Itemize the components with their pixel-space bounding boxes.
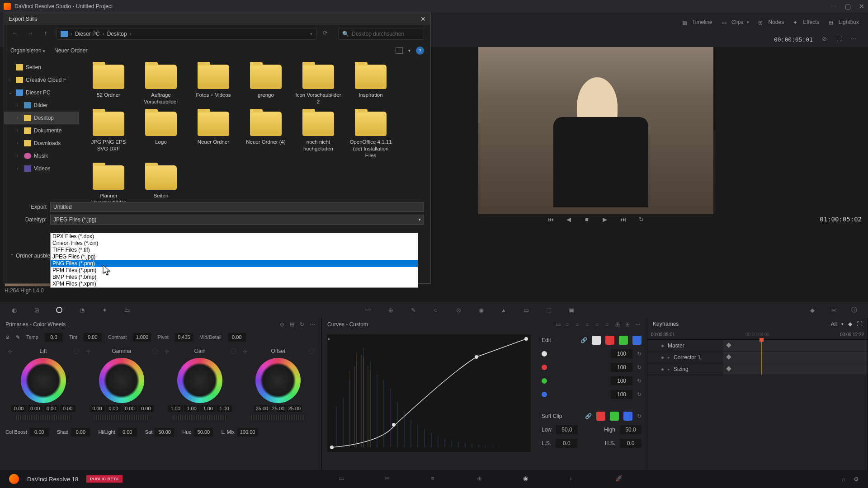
pivot-value[interactable]: 0.435 bbox=[175, 333, 193, 342]
minimize-icon[interactable]: — bbox=[830, 3, 837, 10]
filetype-option[interactable]: JPEG Files (*.jpg) bbox=[51, 253, 418, 260]
intensity-g-icon[interactable] bbox=[542, 378, 547, 384]
sc-r-chip[interactable] bbox=[596, 412, 605, 421]
auto-balance-icon[interactable]: ⊙ bbox=[5, 334, 9, 340]
jog-wheel[interactable] bbox=[173, 415, 227, 420]
tint-value[interactable]: 0.00 bbox=[84, 333, 102, 342]
reset-icon[interactable] bbox=[231, 348, 236, 354]
reset-icon[interactable] bbox=[74, 348, 79, 354]
keyframe-mode-icon[interactable]: ◆ bbox=[807, 305, 817, 314]
folder-item[interactable]: grengo bbox=[243, 65, 289, 105]
edit-y-chip[interactable] bbox=[592, 336, 601, 345]
tree-node[interactable]: ⌄Dieser PC bbox=[4, 86, 79, 99]
wheel-value[interactable]: 1.00 bbox=[200, 405, 216, 412]
curves-menu-icon[interactable]: ⋯ bbox=[635, 321, 642, 328]
keyframe-track[interactable]: ◆▸Corrector 1 bbox=[647, 352, 868, 363]
hue-value[interactable]: 50.00 bbox=[194, 428, 213, 436]
home-icon[interactable]: ⌂ bbox=[842, 476, 845, 483]
color-wheel[interactable] bbox=[99, 358, 144, 403]
folder-item[interactable]: Aufträge Vorschaubilder bbox=[138, 65, 184, 105]
tool-2-icon[interactable]: ⊞ bbox=[32, 305, 42, 314]
sat-value[interactable]: 50.00 bbox=[155, 428, 174, 436]
keyframe-track[interactable]: ◆Master bbox=[647, 340, 868, 352]
curve-handle-icon[interactable]: ▸ bbox=[328, 336, 330, 341]
expand-icon[interactable]: ⛶ bbox=[836, 35, 844, 43]
sc-b-chip[interactable] bbox=[623, 412, 632, 421]
breadcrumb-dropdown-icon[interactable]: ▾ bbox=[310, 32, 312, 36]
wheel-value[interactable]: 0.00 bbox=[11, 405, 27, 412]
curves-canvas[interactable]: ▸ bbox=[327, 334, 531, 452]
tool-1-icon[interactable]: ◐ bbox=[9, 305, 19, 314]
search-input[interactable]: 🔍 Desktop durchsuchen bbox=[338, 28, 424, 40]
link-icon[interactable]: 🔗 bbox=[585, 413, 592, 419]
wheel-value[interactable]: 0.00 bbox=[138, 405, 154, 412]
jog-wheel[interactable] bbox=[94, 415, 149, 420]
wheel-value[interactable]: 0.00 bbox=[28, 405, 43, 412]
reset-icon[interactable]: ↻ bbox=[637, 391, 642, 398]
wheel-value[interactable]: 0.00 bbox=[90, 405, 105, 412]
wheel-value[interactable]: 1.00 bbox=[217, 405, 232, 412]
kf-add-icon[interactable]: ◆ bbox=[848, 321, 852, 327]
edit-page-icon[interactable]: ≡ bbox=[431, 475, 441, 483]
nav-up-icon[interactable]: ↑ bbox=[41, 29, 50, 38]
playhead[interactable] bbox=[761, 340, 762, 375]
sc-g-chip[interactable] bbox=[610, 412, 619, 421]
curves-mode-4-icon[interactable]: ○ bbox=[585, 321, 592, 328]
sizing-icon[interactable]: ▭ bbox=[521, 305, 531, 314]
wheel-value[interactable]: 0.00 bbox=[106, 405, 121, 412]
close-icon[interactable]: ✕ bbox=[859, 3, 864, 10]
warper-icon[interactable]: ⊕ bbox=[386, 305, 396, 314]
tree-node[interactable]: ›Musik bbox=[4, 150, 79, 162]
tree-node[interactable]: Seiten bbox=[4, 61, 79, 74]
folder-item[interactable]: 52 Ordner bbox=[85, 65, 132, 105]
new-folder-button[interactable]: Neuer Ordner bbox=[54, 47, 87, 54]
cut-page-icon[interactable]: ✂ bbox=[385, 475, 395, 483]
curves-mode-2-icon[interactable]: ○ bbox=[566, 321, 572, 328]
folder-item[interactable]: Inspiration bbox=[348, 65, 394, 105]
picker-icon[interactable]: ⊹ bbox=[242, 348, 248, 354]
keyframe-track[interactable]: ◆▸Sizing bbox=[647, 363, 868, 375]
filetype-option[interactable]: DPX Files (*.dpx) bbox=[51, 233, 418, 240]
picker-icon[interactable]: ✎ bbox=[16, 334, 20, 340]
breadcrumb[interactable]: › Dieser PC › Desktop › ▾ bbox=[57, 28, 316, 40]
viewer-image[interactable] bbox=[478, 47, 713, 214]
nav-forward-icon[interactable]: → bbox=[26, 29, 35, 38]
filename-input[interactable]: Untitled bbox=[50, 202, 424, 212]
picker-icon[interactable]: ⊹ bbox=[7, 348, 13, 354]
color-page-icon[interactable]: ◉ bbox=[523, 475, 533, 483]
stop-icon[interactable]: ■ bbox=[583, 215, 591, 223]
help-icon[interactable]: ? bbox=[416, 47, 424, 55]
reset-icon[interactable]: ↻ bbox=[637, 351, 642, 357]
folder-item[interactable]: Icon Vorschaubilder 2 bbox=[295, 65, 341, 105]
reset-icon[interactable] bbox=[152, 348, 158, 354]
folder-item[interactable]: Planner Vorschaubilder bbox=[85, 165, 132, 206]
color-wheel[interactable] bbox=[177, 358, 222, 403]
curves-mode-1-icon[interactable]: ▭ bbox=[556, 321, 562, 328]
scopes-icon[interactable]: ⫘ bbox=[828, 305, 838, 314]
deliver-page-icon[interactable]: 🚀 bbox=[615, 475, 625, 483]
curves-mode-5-icon[interactable]: ○ bbox=[595, 321, 602, 328]
tree-node[interactable]: ›Dokumente bbox=[4, 124, 79, 137]
tool-5-icon[interactable]: ✦ bbox=[99, 305, 109, 314]
filetype-option[interactable]: Cineon Files (*.cin) bbox=[51, 240, 418, 247]
tree-node[interactable]: ›Videos bbox=[4, 162, 79, 175]
jog-wheel[interactable] bbox=[251, 415, 305, 420]
link-icon[interactable]: 🔗 bbox=[580, 337, 587, 343]
curves-mode-8-icon[interactable]: ⊞ bbox=[625, 321, 632, 328]
wheel-value[interactable]: 25.00 bbox=[270, 405, 286, 412]
maximize-icon[interactable]: ▢ bbox=[845, 3, 851, 10]
tool-6-icon[interactable]: ▭ bbox=[122, 305, 132, 314]
loop-icon[interactable]: ↻ bbox=[637, 215, 645, 223]
fusion-page-icon[interactable]: ⊕ bbox=[477, 475, 487, 483]
lmix-value[interactable]: 100.00 bbox=[237, 428, 258, 436]
reset-icon[interactable] bbox=[309, 348, 314, 354]
refresh-icon[interactable]: ⟳ bbox=[323, 29, 332, 38]
curves-mode-3-icon[interactable]: ○ bbox=[576, 321, 582, 328]
nav-back-icon[interactable]: ← bbox=[10, 29, 19, 38]
options-icon[interactable]: ⋯ bbox=[851, 35, 859, 43]
wheel-value[interactable]: 25.00 bbox=[287, 405, 302, 412]
picker-icon[interactable]: ⊹ bbox=[164, 348, 170, 354]
tool-3-icon[interactable] bbox=[54, 305, 64, 314]
jog-wheel[interactable] bbox=[16, 415, 71, 420]
contrast-value[interactable]: 1.000 bbox=[133, 333, 151, 342]
